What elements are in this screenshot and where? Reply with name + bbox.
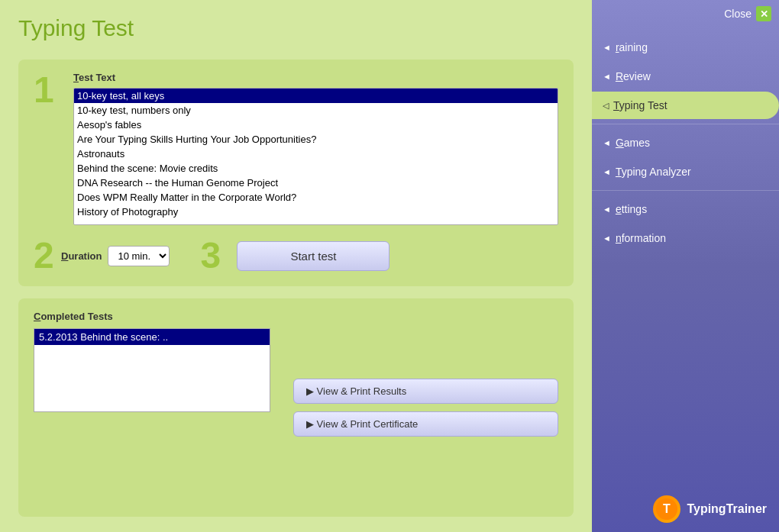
- sidebar: Close ✕ ◄raining◄Review◁Typing Test◄Game…: [592, 0, 779, 532]
- step1-row: 1 Test Text 10-key test, all keys10-key …: [34, 72, 558, 225]
- brand-footer: T TypingTrainer: [592, 486, 779, 532]
- step3-number: 3: [200, 237, 228, 274]
- sidebar-item-information[interactable]: ◄nformation: [592, 224, 779, 252]
- nav-arrow-settings: ◄: [603, 205, 611, 214]
- duration-block: Duration 1 min.2 min.3 min.5 min.10 min.…: [61, 246, 170, 266]
- nav-arrow-training: ◄: [603, 43, 611, 52]
- view-print-results-button[interactable]: ▶ View & Print Results: [293, 379, 558, 404]
- sidebar-item-training[interactable]: ◄raining: [592, 34, 779, 61]
- start-test-button[interactable]: Start test: [237, 241, 390, 271]
- nav-label-settings: ettings: [616, 203, 647, 215]
- view-print-certificate-button[interactable]: ▶ View & Print Certificate: [293, 411, 558, 437]
- completed-tests-block: Completed Tests 5.2.2013 Behind the scen…: [34, 311, 278, 505]
- duration-select[interactable]: 1 min.2 min.3 min.5 min.10 min.15 min.20…: [108, 246, 170, 266]
- nav-label-training: raining: [616, 41, 648, 53]
- sidebar-item-settings[interactable]: ◄ettings: [592, 195, 779, 223]
- close-label: Close: [724, 8, 752, 20]
- nav-items: ◄raining◄Review◁Typing Test◄Games◄Typing…: [592, 27, 779, 486]
- test-text-label-underline: T: [73, 72, 79, 83]
- nav-arrow-review: ◄: [603, 72, 611, 81]
- sidebar-item-typing-analyzer[interactable]: ◄Typing Analyzer: [592, 158, 779, 185]
- nav-label-typing-test: Typing Test: [613, 99, 667, 111]
- duration-label: Duration: [61, 250, 102, 262]
- test-text-label: Test Text: [73, 72, 558, 83]
- test-text-section: Test Text 10-key test, all keys10-key te…: [73, 72, 558, 225]
- controls-row: 2 Duration 1 min.2 min.3 min.5 min.10 mi…: [34, 237, 558, 274]
- nav-label-typing-analyzer: Typing Analyzer: [616, 166, 691, 178]
- sidebar-item-typing-test[interactable]: ◁Typing Test: [592, 92, 779, 119]
- completed-tests-list[interactable]: 5.2.2013 Behind the scene: ..: [34, 328, 270, 412]
- results-buttons-block: ▶ View & Print Results ▶ View & Print Ce…: [293, 311, 558, 505]
- nav-arrow-games: ◄: [603, 138, 611, 147]
- sidebar-item-games[interactable]: ◄Games: [592, 129, 779, 156]
- nav-separator: [592, 124, 779, 124]
- close-button[interactable]: ✕: [756, 6, 771, 21]
- bottom-section: Completed Tests 5.2.2013 Behind the scen…: [18, 298, 574, 517]
- duration-underline: D: [61, 250, 68, 262]
- nav-label-information: nformation: [616, 232, 666, 244]
- step1-number: 1: [34, 72, 61, 108]
- completed-item[interactable]: 5.2.2013 Behind the scene: ..: [34, 329, 270, 345]
- sidebar-item-review[interactable]: ◄Review: [592, 63, 779, 90]
- nav-arrow-information: ◄: [603, 234, 611, 243]
- nav-label-games: Games: [616, 137, 650, 149]
- nav-separator: [592, 190, 779, 191]
- page-title: Typing Test: [18, 15, 574, 41]
- nav-label-review: Review: [616, 70, 651, 82]
- svg-text:T: T: [664, 502, 671, 515]
- brand-icon: T: [653, 495, 680, 523]
- nav-arrow-typing-analyzer: ◄: [603, 167, 611, 176]
- top-section: 1 Test Text 10-key test, all keys10-key …: [18, 60, 574, 286]
- step2-number: 2: [34, 237, 61, 274]
- test-text-list[interactable]: 10-key test, all keys10-key test, number…: [73, 88, 558, 225]
- completed-tests-label: Completed Tests: [34, 311, 278, 322]
- brand-name: TypingTrainer: [687, 502, 767, 516]
- close-bar: Close ✕: [592, 0, 779, 27]
- nav-arrow-typing-test: ◁: [603, 101, 609, 111]
- main-content: Typing Test 1 Test Text 10-key test, all…: [0, 0, 592, 532]
